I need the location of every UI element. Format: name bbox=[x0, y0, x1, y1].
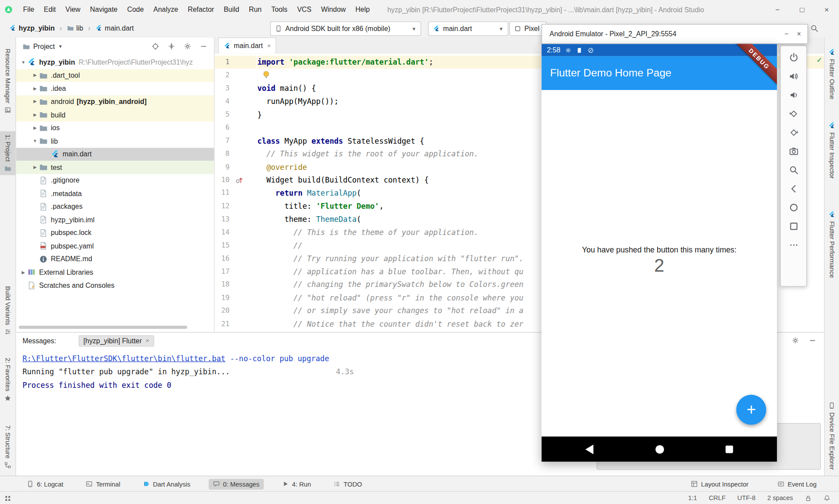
tree-item-hyzp-yibin-iml[interactable]: hyzp_yibin.iml bbox=[16, 213, 214, 226]
tree-item-scratches-and-consoles[interactable]: Scratches and Consoles bbox=[16, 279, 214, 292]
tree-item-pubspec-yaml[interactable]: pubspec.yaml bbox=[16, 239, 214, 252]
tree-item-test[interactable]: ▶test bbox=[16, 161, 214, 174]
tree-item-external-libraries[interactable]: ▶External Libraries bbox=[16, 266, 214, 279]
tree-item-readme-md[interactable]: README.md bbox=[16, 252, 214, 266]
back-icon[interactable] bbox=[788, 184, 798, 194]
hide-panel-icon[interactable] bbox=[200, 42, 208, 50]
device-selector[interactable]: Android SDK built for x86 (mobile) ▼ bbox=[270, 21, 421, 36]
tool-button-2-favorites[interactable]: 2: Favorites bbox=[0, 355, 16, 405]
tool-button-device-file-explorer[interactable]: Device File Explorer bbox=[825, 399, 839, 473]
gear-icon[interactable] bbox=[184, 42, 191, 50]
menu-analyze[interactable]: Analyze bbox=[149, 5, 183, 13]
volume-up-icon[interactable] bbox=[788, 71, 798, 81]
tree-item-gitignore[interactable]: .gitignore bbox=[16, 174, 214, 187]
tool-button-flutter-outline[interactable]: Flutter Outline bbox=[825, 45, 839, 102]
overview-icon[interactable] bbox=[788, 221, 798, 231]
expander-icon[interactable]: ▶ bbox=[31, 125, 39, 130]
messages-tab[interactable]: [hyzp_yibin] Flutter × bbox=[79, 335, 154, 346]
minimize-button[interactable]: − bbox=[784, 30, 788, 38]
menu-refactor[interactable]: Refactor bbox=[183, 5, 219, 13]
increment-fab[interactable]: + bbox=[736, 395, 766, 425]
status-item-crlf[interactable]: CRLF bbox=[709, 494, 725, 502]
console-link[interactable]: R:\Flutter\FlutterSDK\flutter\bin\flutte… bbox=[22, 354, 225, 363]
bulb-icon[interactable] bbox=[262, 70, 271, 79]
tree-item-ios[interactable]: ▶ios bbox=[16, 121, 214, 135]
project-panel-title[interactable]: Project bbox=[33, 42, 55, 50]
more-icon[interactable] bbox=[788, 240, 798, 250]
locate-file-icon[interactable] bbox=[152, 42, 159, 50]
horizontal-scrollbar[interactable] bbox=[19, 326, 187, 329]
menu-build[interactable]: Build bbox=[219, 5, 244, 13]
override-icon[interactable] bbox=[235, 176, 244, 184]
tree-item-android[interactable]: ▶android[hyzp_yibin_android] bbox=[16, 95, 214, 108]
collapse-all-icon[interactable] bbox=[167, 42, 175, 50]
emulator-title-bar[interactable]: Android Emulator - Pixel_2_API_29:5554 −… bbox=[541, 24, 808, 44]
camera-icon[interactable] bbox=[788, 146, 798, 156]
lock-icon[interactable] bbox=[805, 495, 812, 502]
close-icon[interactable]: × bbox=[146, 337, 149, 344]
menu-file[interactable]: File bbox=[18, 5, 39, 13]
tool-button-4-run[interactable]: 4: Run bbox=[277, 479, 315, 490]
tool-window-switcher-icon[interactable] bbox=[4, 495, 11, 502]
tool-button-resource-manager[interactable]: Resource Manager bbox=[0, 45, 16, 117]
menu-navigate[interactable]: Navigate bbox=[85, 5, 122, 13]
tree-item-main-dart[interactable]: main.dart bbox=[16, 148, 214, 161]
tree-item-lib[interactable]: ▼lib bbox=[16, 135, 214, 148]
inspections-ok-icon[interactable]: ✓ bbox=[817, 56, 822, 64]
breadcrumb-lib[interactable]: lib bbox=[65, 23, 85, 33]
status-item-2-spaces[interactable]: 2 spaces bbox=[767, 494, 793, 502]
menu-tools[interactable]: Tools bbox=[267, 5, 292, 13]
emulator-screen[interactable]: 2:58 Flutter Demo Home Page DEBUG You ha… bbox=[541, 44, 777, 462]
menu-run[interactable]: Run bbox=[244, 5, 266, 13]
expander-icon[interactable]: ▶ bbox=[19, 270, 27, 275]
notifications-icon[interactable] bbox=[824, 495, 831, 502]
status-item-utf-8[interactable]: UTF-8 bbox=[737, 494, 756, 502]
home-icon[interactable] bbox=[788, 203, 798, 213]
expander-icon[interactable]: ▶ bbox=[31, 73, 39, 78]
tool-button-6-logcat[interactable]: 6: Logcat bbox=[22, 479, 67, 490]
tool-button-terminal[interactable]: Terminal bbox=[82, 479, 125, 490]
volume-down-icon[interactable] bbox=[788, 90, 798, 100]
close-button[interactable]: × bbox=[797, 30, 801, 38]
tab-main-dart[interactable]: main.dart × bbox=[218, 38, 277, 54]
expander-icon[interactable]: ▶ bbox=[31, 99, 39, 104]
expander-icon[interactable]: ▼ bbox=[19, 60, 27, 65]
tool-button-dart-analysis[interactable]: Dart Analysis bbox=[139, 479, 195, 490]
rotate-left-icon[interactable] bbox=[788, 109, 798, 119]
menu-help[interactable]: Help bbox=[350, 5, 374, 13]
search-icon[interactable] bbox=[810, 24, 819, 33]
tree-item-metadata[interactable]: .metadata bbox=[16, 187, 214, 200]
tree-item-dart-tool[interactable]: ▶.dart_tool bbox=[16, 69, 214, 82]
close-button[interactable]: × bbox=[815, 0, 839, 19]
tool-button-flutter-inspector[interactable]: Flutter Inspector bbox=[825, 119, 839, 182]
tree-item-idea[interactable]: ▶.idea bbox=[16, 82, 214, 95]
menu-code[interactable]: Code bbox=[122, 5, 149, 13]
tree-item-build[interactable]: ▶build bbox=[16, 108, 214, 121]
expander-icon[interactable]: ▼ bbox=[31, 138, 39, 143]
hide-panel-icon[interactable] bbox=[808, 336, 816, 344]
zoom-icon[interactable] bbox=[788, 165, 798, 175]
expander-icon[interactable]: ▶ bbox=[31, 165, 39, 169]
breadcrumb-main-dart[interactable]: main.dart bbox=[94, 23, 135, 33]
back-button[interactable] bbox=[586, 444, 593, 454]
maximize-button[interactable]: □ bbox=[790, 0, 814, 19]
menu-edit[interactable]: Edit bbox=[39, 5, 60, 13]
tree-item-hyzp-yibin[interactable]: ▼hyzp_yibinR:\FlutterProject\FlutterProj… bbox=[16, 56, 214, 69]
expander-icon[interactable]: ▶ bbox=[31, 112, 39, 117]
run-config-selector[interactable]: main.dart ▼ bbox=[428, 21, 509, 36]
close-tab-icon[interactable]: × bbox=[267, 42, 271, 49]
tree-item-packages[interactable]: .packages bbox=[16, 200, 214, 213]
tree-item-pubspec-lock[interactable]: pubspec.lock bbox=[16, 226, 214, 239]
chevron-down-icon[interactable]: ▼ bbox=[58, 44, 63, 49]
tool-button-build-variants[interactable]: Build Variants bbox=[0, 283, 16, 339]
tool-button-1-project[interactable]: 1: Project bbox=[0, 131, 16, 175]
tool-button-7-structure[interactable]: 7: Structure bbox=[0, 422, 16, 472]
status-item-1-1[interactable]: 1:1 bbox=[688, 494, 697, 502]
minimize-button[interactable]: − bbox=[765, 0, 790, 19]
menu-view[interactable]: View bbox=[61, 5, 85, 13]
rotate-right-icon[interactable] bbox=[788, 128, 798, 138]
menu-vcs[interactable]: VCS bbox=[292, 5, 316, 13]
overview-button[interactable] bbox=[725, 445, 733, 453]
tool-button-event-log[interactable]: Event Log bbox=[773, 479, 821, 490]
tool-button-layout-inspector[interactable]: Layout Inspector bbox=[686, 479, 753, 490]
